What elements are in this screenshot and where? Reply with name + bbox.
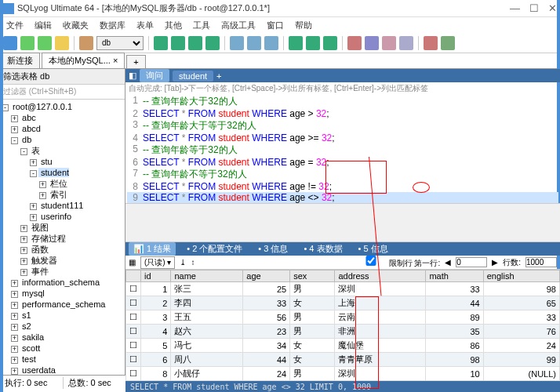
- object-tree[interactable]: - root@127.0.0.1+ abc+ abcd- db- 表+ stu-…: [0, 100, 125, 375]
- row-count-label: 行数:: [503, 257, 521, 268]
- schedule-icon[interactable]: [365, 36, 379, 50]
- misc-icon-2[interactable]: [441, 36, 455, 50]
- tree-node[interactable]: + test: [2, 354, 123, 365]
- result-tabs: 📊 1 结果• 2 个配置文件• 3 信息• 4 表数据• 5 信息: [125, 242, 560, 256]
- table-row[interactable]: ☐2李四33女上海4465: [126, 296, 560, 310]
- close-button[interactable]: ✕: [548, 2, 557, 14]
- database-selector[interactable]: db: [96, 36, 144, 50]
- row-count-input[interactable]: [525, 257, 557, 267]
- result-tab-1[interactable]: • 2 个配置文件: [182, 242, 247, 256]
- sync-icon-2[interactable]: [306, 36, 320, 50]
- tree-node[interactable]: + 触发器: [2, 255, 123, 266]
- tool-icon[interactable]: [79, 36, 93, 50]
- db-icon-3[interactable]: [188, 36, 202, 50]
- content-area: ◧ 询问 student + 自动完成: [Tab]->下一个标签, [Ctrl…: [125, 69, 560, 375]
- tree-node[interactable]: + 函数: [2, 244, 123, 255]
- table-icon-3[interactable]: [264, 36, 278, 50]
- first-row-input[interactable]: [456, 257, 487, 267]
- result-tab-2[interactable]: • 3 信息: [253, 242, 293, 256]
- table-row[interactable]: ☐5冯七34女魔仙堡8624: [126, 339, 560, 353]
- result-tab-4[interactable]: • 5 信息: [354, 242, 393, 256]
- minimize-button[interactable]: —: [510, 2, 520, 14]
- menu-表单[interactable]: 表单: [136, 20, 154, 31]
- table-row[interactable]: ☐4赵六23男非洲3576: [126, 325, 560, 339]
- menu-数据库[interactable]: 数据库: [100, 20, 125, 31]
- tree-node[interactable]: + sakila: [2, 332, 123, 343]
- tree-node[interactable]: + abc: [2, 112, 123, 123]
- sql-editor[interactable]: 1-- 查询年龄大于32的人2SELECT * FROM student WHE…: [125, 95, 560, 203]
- filter-input[interactable]: 过滤器 (Ctrl+Shift+B): [0, 85, 125, 100]
- connection-tabs: 新连接 本地的MySQL... × +: [0, 53, 560, 69]
- table-row[interactable]: ☐3王五56男云南8933: [126, 310, 560, 325]
- tree-node[interactable]: - student: [2, 167, 123, 178]
- tree-node[interactable]: + s1: [2, 310, 123, 321]
- db-icon-2[interactable]: [171, 36, 185, 50]
- tree-node[interactable]: + scott: [2, 343, 123, 354]
- tab-add[interactable]: +: [126, 55, 145, 68]
- table-icon-1[interactable]: [230, 36, 244, 50]
- tree-node[interactable]: + 索引: [2, 189, 123, 200]
- menu-窗口[interactable]: 窗口: [267, 20, 284, 31]
- sync-icon-3[interactable]: [323, 36, 337, 50]
- tree-node[interactable]: + stu: [2, 156, 123, 167]
- history-icon[interactable]: ◧: [129, 71, 136, 81]
- menu-编辑[interactable]: 编辑: [35, 20, 52, 31]
- tree-node[interactable]: - 表: [2, 145, 123, 156]
- tree-node[interactable]: - db: [2, 134, 123, 145]
- user-icon[interactable]: [347, 36, 362, 50]
- tree-node[interactable]: + 事件: [2, 266, 123, 277]
- sync-icon-1[interactable]: [289, 36, 303, 50]
- result-tab-3[interactable]: • 4 表数据: [299, 242, 347, 256]
- tab-add-query[interactable]: +: [216, 71, 221, 81]
- export-icon[interactable]: ⤓: [180, 258, 186, 267]
- tab-student[interactable]: student: [173, 71, 213, 82]
- result-grid[interactable]: idnameagesexaddressmathenglish☐1张三25男深圳3…: [125, 270, 560, 381]
- tree-node[interactable]: + abcd: [2, 123, 123, 134]
- tree-node[interactable]: + information_schema: [2, 277, 123, 288]
- menu-高级工具[interactable]: 高级工具: [221, 20, 256, 31]
- menu-其他[interactable]: 其他: [165, 20, 182, 31]
- db-icon-1[interactable]: [154, 36, 168, 50]
- tree-node[interactable]: + 视图: [2, 222, 123, 233]
- tree-node[interactable]: + 存储过程: [2, 233, 123, 244]
- table-row[interactable]: ☐1张三25男深圳3398: [126, 282, 560, 296]
- tab-local-mysql[interactable]: 本地的MySQL... ×: [42, 53, 125, 68]
- sidebar-header: 筛选表格 db: [0, 69, 125, 85]
- table-row[interactable]: ☐8小靓仔24男深圳10(NULL): [126, 367, 560, 381]
- sidebar: 筛选表格 db 过滤器 (Ctrl+Shift+B) - root@127.0.…: [0, 69, 125, 375]
- limit-checkbox[interactable]: 限制行 第一行:: [355, 256, 440, 269]
- next-row-nav[interactable]: ▶: [492, 258, 498, 267]
- tree-node[interactable]: + mysql: [2, 288, 123, 299]
- tab-new-connection[interactable]: 新连接: [0, 53, 40, 68]
- tree-node[interactable]: + student111: [2, 200, 123, 211]
- execute-all-icon[interactable]: [38, 36, 52, 50]
- table-row[interactable]: ☐6周八44女青青草原9899: [126, 353, 560, 367]
- misc-icon-1[interactable]: [424, 36, 438, 50]
- table-icon-2[interactable]: [247, 36, 261, 50]
- export-icon[interactable]: [399, 36, 413, 50]
- tab-query[interactable]: 询问: [140, 69, 169, 82]
- tree-node[interactable]: + performance_schema: [2, 299, 123, 310]
- tree-node[interactable]: + userdata: [2, 365, 123, 375]
- menu-文件[interactable]: 文件: [6, 20, 24, 31]
- import-icon[interactable]: [382, 36, 396, 50]
- tree-node[interactable]: + userinfo: [2, 211, 123, 222]
- first-row-nav[interactable]: ◀: [445, 258, 451, 267]
- sort-icon[interactable]: ↕: [191, 258, 195, 267]
- status-total: 总数: 0 sec: [63, 377, 115, 389]
- menu-收藏夹[interactable]: 收藏夹: [63, 20, 89, 31]
- result-tab-0[interactable]: 📊 1 结果: [129, 242, 176, 256]
- refresh-icon[interactable]: [55, 36, 69, 50]
- tab-close-icon[interactable]: ×: [113, 56, 118, 65]
- grid-view-icon[interactable]: ▦: [129, 258, 136, 267]
- tree-node[interactable]: + s2: [2, 321, 123, 332]
- tree-node[interactable]: + 栏位: [2, 178, 123, 189]
- menu-工具[interactable]: 工具: [193, 20, 210, 31]
- tree-node[interactable]: - root@127.0.0.1: [2, 101, 123, 112]
- maximize-button[interactable]: ☐: [529, 2, 539, 14]
- readonly-selector[interactable]: (只读) ▾: [140, 256, 175, 269]
- menu-帮助[interactable]: 帮助: [295, 20, 312, 31]
- db-icon-4[interactable]: [205, 36, 220, 50]
- execute-icon[interactable]: [20, 36, 35, 50]
- new-connection-icon[interactable]: [3, 36, 17, 50]
